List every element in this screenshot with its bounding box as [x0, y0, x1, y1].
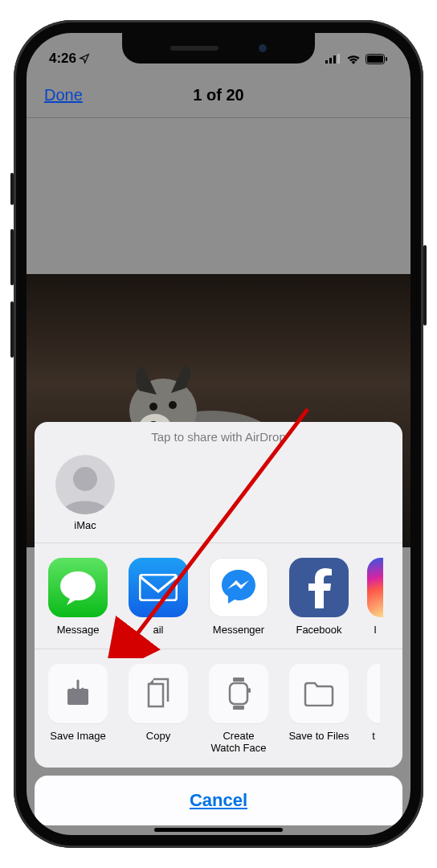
- cellular-signal-icon: [325, 54, 341, 63]
- svg-rect-6: [386, 57, 387, 61]
- share-app-label: Facebook: [287, 624, 351, 636]
- share-app-label: ail: [126, 624, 190, 636]
- svg-rect-1: [329, 58, 332, 63]
- location-icon: [79, 53, 90, 64]
- share-app-message[interactable]: Message: [46, 558, 110, 636]
- svg-point-13: [73, 467, 97, 491]
- action-more-icon: [367, 664, 380, 723]
- action-create-watch-face[interactable]: Create Watch Face: [206, 664, 271, 755]
- airdrop-target-label: iMac: [49, 519, 121, 531]
- share-sheet: Tap to share with AirDrop iMac Me: [35, 422, 402, 825]
- battery-icon: [366, 54, 388, 64]
- share-app-label: I: [367, 624, 383, 636]
- home-indicator[interactable]: [154, 828, 283, 832]
- folder-icon: [289, 664, 349, 723]
- share-app-messenger[interactable]: Messenger: [206, 558, 271, 636]
- clock: 4:26: [49, 51, 76, 67]
- action-row[interactable]: Save Image Copy Create Watch Face: [35, 649, 402, 768]
- instagram-icon: [367, 558, 383, 617]
- svg-rect-15: [140, 575, 177, 600]
- action-label: Copy: [126, 730, 190, 743]
- copy-icon: [129, 664, 188, 723]
- svg-rect-17: [230, 683, 247, 704]
- facebook-icon: [289, 558, 349, 617]
- action-copy[interactable]: Copy: [126, 664, 190, 755]
- nav-bar: Done 1 of 20: [27, 73, 410, 118]
- svg-rect-5: [367, 55, 383, 63]
- volume-down-button: [10, 301, 14, 358]
- volume-up-button: [10, 229, 14, 285]
- action-label: Save to Files: [287, 730, 351, 743]
- airdrop-row: iMac: [35, 450, 402, 543]
- svg-rect-2: [333, 55, 336, 63]
- airdrop-hint: Tap to share with AirDrop: [35, 422, 402, 450]
- front-camera: [259, 44, 267, 52]
- action-save-to-files[interactable]: Save to Files: [287, 664, 351, 755]
- share-app-mail[interactable]: ail: [126, 558, 190, 636]
- svg-rect-20: [248, 688, 251, 693]
- action-label: t: [367, 730, 380, 743]
- share-app-label: Message: [46, 624, 110, 636]
- save-image-icon: [48, 664, 108, 723]
- mail-icon: [129, 558, 188, 617]
- messenger-icon: [209, 558, 268, 617]
- speaker-grille: [170, 46, 218, 51]
- svg-point-14: [60, 571, 96, 600]
- svg-rect-19: [233, 706, 244, 710]
- svg-rect-0: [325, 60, 328, 63]
- wifi-icon: [346, 54, 361, 64]
- app-row[interactable]: Message ail Messenger: [35, 543, 402, 649]
- svg-rect-18: [233, 678, 244, 682]
- svg-point-10: [149, 403, 157, 411]
- phone-frame: 4:26 Done 1 of 20: [14, 20, 423, 848]
- svg-rect-3: [337, 54, 340, 63]
- cancel-label: Cancel: [190, 790, 247, 811]
- action-label: Save Image: [46, 730, 110, 743]
- watch-icon: [209, 664, 268, 723]
- cancel-button[interactable]: Cancel: [35, 776, 402, 825]
- photo-counter: 1 of 20: [193, 86, 243, 104]
- share-app-label: Messenger: [206, 624, 271, 636]
- messages-icon: [48, 558, 108, 617]
- mute-switch: [10, 173, 14, 205]
- person-silhouette-icon: [55, 455, 115, 514]
- action-save-image[interactable]: Save Image: [46, 664, 110, 755]
- share-app-instagram[interactable]: I: [367, 558, 383, 636]
- action-label: Create Watch Face: [206, 730, 271, 755]
- action-more[interactable]: t: [367, 664, 380, 755]
- notch: [122, 33, 315, 63]
- airdrop-target-imac[interactable]: iMac: [49, 455, 121, 531]
- screen: 4:26 Done 1 of 20: [27, 33, 410, 835]
- svg-point-11: [169, 401, 177, 409]
- side-button: [423, 245, 427, 326]
- done-button[interactable]: Done: [44, 86, 83, 104]
- share-app-facebook[interactable]: Facebook: [287, 558, 351, 636]
